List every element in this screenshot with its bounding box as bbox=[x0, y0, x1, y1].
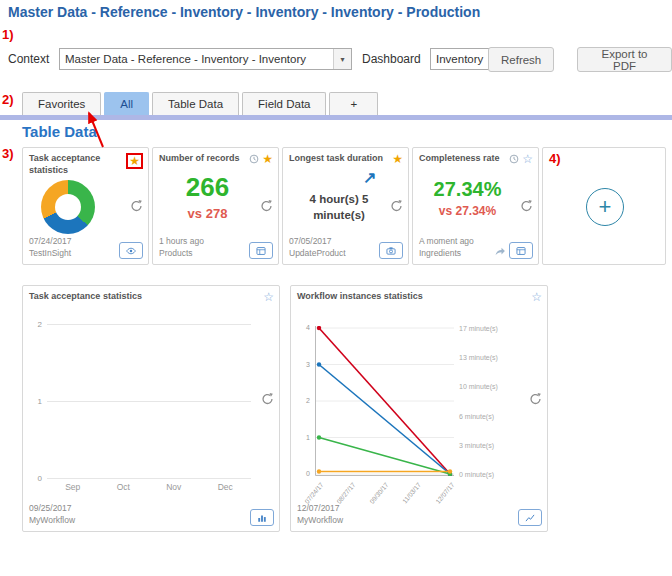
card-date: 12/07/2017 bbox=[297, 503, 343, 514]
card-source: Products bbox=[159, 248, 204, 259]
bar-chart-x-labels: SepOctNovDec bbox=[47, 482, 251, 492]
refresh-icon[interactable] bbox=[529, 392, 542, 405]
card-source: MyWorkflow bbox=[29, 515, 75, 526]
dashboard-label: Dashboard bbox=[362, 52, 421, 66]
favorite-star-icon[interactable]: ☆ bbox=[531, 291, 542, 303]
card-date: 1 hours ago bbox=[159, 236, 204, 247]
line-chart-plot bbox=[315, 326, 454, 476]
card-date: A moment ago bbox=[419, 236, 474, 247]
donut-chart bbox=[41, 180, 95, 234]
card-task-acceptance-small: Task acceptance statistics ★ 07/24/2017 … bbox=[22, 147, 149, 265]
right-tick-label: 6 minute(s) bbox=[459, 412, 494, 419]
card-title: Number of records bbox=[159, 153, 240, 165]
line-chart-icon[interactable] bbox=[518, 509, 542, 526]
x-tick-label: 11/03/17 bbox=[401, 481, 422, 505]
card-source: Ingredients bbox=[419, 248, 474, 259]
card-title: Task acceptance statistics bbox=[29, 291, 142, 303]
metric-value: 266 bbox=[153, 172, 262, 203]
x-tick-label: Sep bbox=[65, 482, 80, 492]
context-label: Context bbox=[8, 52, 49, 66]
tab-field-data[interactable]: Field Data bbox=[242, 92, 326, 115]
bar-chart-y-axis: 012 bbox=[33, 324, 45, 478]
x-tick-label: 07/24/17 bbox=[303, 481, 325, 505]
favorite-star-icon[interactable]: ☆ bbox=[263, 291, 274, 303]
card-footer-text: A moment ago Ingredients bbox=[419, 236, 474, 259]
card-date: 07/24/2017 bbox=[29, 236, 72, 247]
card-title: Longest task duration bbox=[289, 153, 383, 165]
y-tick-label: 0 bbox=[38, 474, 42, 483]
context-select-value: Master Data - Reference - Inventory - In… bbox=[60, 53, 333, 65]
right-tick-label: 13 minute(s) bbox=[459, 354, 498, 361]
metric-comparison: vs 278 bbox=[153, 206, 262, 221]
favorite-star-icon[interactable]: ☆ bbox=[522, 153, 533, 165]
card-source: TestInSight bbox=[29, 248, 72, 259]
y-tick-label: 2 bbox=[306, 397, 310, 404]
x-tick-label: 08/27/17 bbox=[335, 481, 357, 505]
tab-all[interactable]: All bbox=[104, 92, 149, 115]
tab-table-data[interactable]: Table Data bbox=[152, 92, 239, 115]
view-details-icon[interactable] bbox=[119, 242, 143, 259]
annotation-3: 3) bbox=[2, 146, 14, 161]
x-tick-label: Dec bbox=[218, 482, 233, 492]
table-details-icon[interactable] bbox=[509, 242, 533, 259]
card-add-widget: + bbox=[542, 147, 666, 265]
add-tab-button[interactable]: + bbox=[329, 92, 378, 115]
context-select[interactable]: Master Data - Reference - Inventory - In… bbox=[59, 48, 352, 70]
card-longest-task-duration: Longest task duration ★ ↗ 4 hour(s) 5 mi… bbox=[282, 147, 409, 265]
metric-value: 27.34% bbox=[413, 178, 522, 201]
refresh-icon[interactable] bbox=[130, 200, 143, 213]
metric-value: 4 hour(s) 5 minute(s) bbox=[295, 192, 383, 223]
bar-chart-icon[interactable] bbox=[250, 509, 274, 526]
export-pdf-button[interactable]: Export to PDF bbox=[577, 47, 672, 72]
annotation-highlight-box: ★ bbox=[126, 153, 143, 169]
y-tick-label: 2 bbox=[38, 320, 42, 329]
x-tick-label: 12/07/17 bbox=[434, 481, 456, 505]
share-icon[interactable] bbox=[494, 245, 506, 257]
card-footer-text: 1 hours ago Products bbox=[159, 236, 204, 259]
refresh-icon[interactable] bbox=[260, 200, 273, 213]
camera-icon[interactable] bbox=[379, 242, 403, 259]
y-tick-label: 1 bbox=[306, 434, 310, 441]
card-title: Task acceptance statistics bbox=[29, 153, 123, 176]
donut-hole bbox=[55, 194, 81, 220]
card-footer-icons bbox=[494, 242, 533, 259]
card-footer-text: 12/07/2017 MyWorkflow bbox=[297, 503, 343, 526]
refresh-icon[interactable] bbox=[261, 392, 274, 405]
add-widget-button[interactable]: + bbox=[586, 188, 624, 226]
annotation-1: 1) bbox=[2, 27, 14, 42]
x-tick-label: Oct bbox=[117, 482, 130, 492]
line-chart: 01234 17 minute(s)13 minute(s)10 minute(… bbox=[297, 326, 543, 526]
y-tick-label: 4 bbox=[306, 324, 310, 331]
refresh-icon[interactable] bbox=[390, 200, 403, 213]
bar-chart-plot bbox=[47, 324, 251, 478]
right-tick-label: 3 minute(s) bbox=[459, 441, 494, 448]
annotation-arrow bbox=[82, 107, 108, 149]
annotation-4: 4) bbox=[549, 151, 561, 166]
favorite-star-icon[interactable]: ★ bbox=[129, 155, 140, 167]
line-chart-left-axis: 01234 bbox=[297, 326, 313, 476]
card-completeness-rate: Completeness rate ☆ 27.34% vs 27.34% A m… bbox=[412, 147, 539, 265]
y-tick-label: 1 bbox=[38, 397, 42, 406]
y-tick-label: 3 bbox=[306, 361, 310, 368]
card-footer-text: 07/24/2017 TestInSight bbox=[29, 236, 72, 259]
table-details-icon[interactable] bbox=[249, 242, 273, 259]
dashboard-page: Master Data - Reference - Inventory - In… bbox=[0, 0, 672, 576]
trend-up-icon: ↗ bbox=[363, 168, 376, 187]
favorite-star-icon[interactable]: ★ bbox=[392, 153, 403, 165]
card-footer-text: 09/25/2017 MyWorkflow bbox=[29, 503, 75, 526]
favorite-star-icon[interactable]: ★ bbox=[262, 153, 273, 165]
card-date: 09/25/2017 bbox=[29, 503, 75, 514]
y-tick-label: 0 bbox=[306, 470, 310, 477]
card-date: 07/05/2017 bbox=[289, 236, 346, 247]
refresh-button[interactable]: Refresh bbox=[488, 47, 554, 72]
metric-comparison: vs 27.34% bbox=[413, 204, 522, 218]
right-tick-label: 17 minute(s) bbox=[459, 325, 498, 332]
right-tick-label: 10 minute(s) bbox=[459, 383, 498, 390]
refresh-icon[interactable] bbox=[520, 200, 533, 213]
card-title: Completeness rate bbox=[419, 153, 500, 165]
card-number-of-records: Number of records ★ 266 vs 278 1 hours a… bbox=[152, 147, 279, 265]
card-source: UpdateProduct bbox=[289, 248, 346, 259]
bar-chart: 012 SepOctNovDec bbox=[33, 324, 261, 500]
card-source: MyWorkflow bbox=[297, 515, 343, 526]
chevron-down-icon: ▾ bbox=[333, 49, 351, 69]
